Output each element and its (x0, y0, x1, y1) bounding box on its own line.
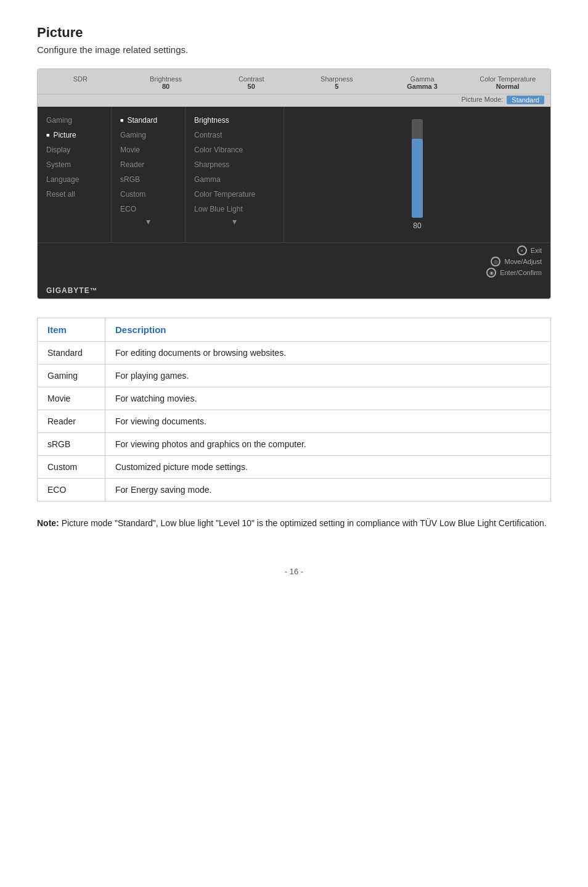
menu-language: Language (38, 172, 111, 187)
table-row: Movie For watching movies. (38, 387, 551, 410)
row-desc-custom: Customized picture mode settings. (105, 456, 551, 479)
setting-color-temperature: Color Temperature (186, 187, 284, 202)
setting-sharpness: Sharpness (186, 157, 284, 172)
submenu-reader: Reader (112, 157, 185, 172)
setting-color-vibrance: Color Vibrance (186, 142, 284, 157)
table-header-description: Description (105, 318, 551, 342)
nav-gamma: Gamma Gamma 3 (380, 69, 465, 94)
setting-gamma: Gamma (186, 172, 284, 187)
move-adjust-label: Move/Adjust (504, 258, 542, 265)
logo-text: GIGABYTE™ (46, 286, 98, 295)
exit-icon: × (517, 245, 527, 255)
menu-display: Display (38, 142, 111, 157)
slider-value: 80 (413, 221, 421, 230)
row-desc-movie: For watching movies. (105, 387, 551, 410)
slider-fill (412, 139, 423, 218)
gigabyte-logo: GIGABYTE™ (38, 283, 550, 299)
menu-gaming: Gaming (38, 113, 111, 128)
row-desc-standard: For editing documents or browsing websit… (105, 342, 551, 365)
monitor-nav: SDR Brightness 80 Contrast 50 Sharpness … (38, 69, 550, 94)
submenu-scroll-down: ▾ (112, 217, 185, 226)
menu-system: System (38, 157, 111, 172)
submenu-standard: Standard (112, 113, 185, 128)
control-move-adjust: ◎ Move/Adjust (491, 257, 542, 266)
move-adjust-icon: ◎ (491, 257, 500, 266)
nav-color-temperature: Color Temperature Normal (465, 69, 550, 94)
page-number: - 16 - (37, 567, 551, 576)
row-desc-gaming: For playing games. (105, 365, 551, 387)
page-title: Picture (37, 25, 551, 41)
table-row: Standard For editing documents or browsi… (38, 342, 551, 365)
monitor-mockup: SDR Brightness 80 Contrast 50 Sharpness … (37, 68, 551, 299)
nav-sdr: SDR (38, 69, 123, 94)
note-body: Picture mode "Standard", Low blue light … (62, 518, 547, 528)
table-row: ECO For Energy saving mode. (38, 479, 551, 501)
settings-scroll-down: ▾ (186, 217, 284, 226)
row-item-srgb: sRGB (38, 433, 105, 456)
table-header-item: Item (38, 318, 105, 342)
page-subtitle: Configure the image related settings. (37, 44, 551, 55)
table-row: sRGB For viewing photos and graphics on … (38, 433, 551, 456)
table-row: Reader For viewing documents. (38, 410, 551, 433)
menu-picture: Picture (38, 128, 111, 142)
row-item-movie: Movie (38, 387, 105, 410)
description-table: Item Description Standard For editing do… (37, 318, 551, 501)
submenu-srgb: sRGB (112, 172, 185, 187)
nav-sharpness: Sharpness 5 (294, 69, 380, 94)
row-desc-srgb: For viewing photos and graphics on the c… (105, 433, 551, 456)
menu-reset-all: Reset all (38, 187, 111, 202)
submenu-movie: Movie (112, 142, 185, 157)
slider-track (412, 119, 423, 218)
exit-label: Exit (531, 247, 542, 254)
monitor-content: Gaming Picture Display System Language R… (38, 107, 550, 242)
row-item-standard: Standard (38, 342, 105, 365)
setting-brightness: Brightness (186, 113, 284, 128)
picture-submenu: Standard Gaming Movie Reader sRGB Custom… (112, 107, 186, 242)
settings-list: Brightness Contrast Color Vibrance Sharp… (186, 107, 284, 242)
nav-contrast: Contrast 50 (208, 69, 294, 94)
row-item-reader: Reader (38, 410, 105, 433)
note-paragraph: Note: Picture mode "Standard", Low blue … (37, 516, 551, 530)
enter-confirm-icon: ◉ (486, 268, 496, 278)
picture-mode-row: Picture Mode: Standard (38, 94, 550, 107)
nav-brightness: Brightness 80 (123, 69, 209, 94)
row-item-custom: Custom (38, 456, 105, 479)
control-enter-confirm: ◉ Enter/Confirm (486, 268, 542, 278)
submenu-custom: Custom (112, 187, 185, 202)
submenu-eco: ECO (112, 202, 185, 217)
control-exit: × Exit (517, 245, 542, 255)
setting-contrast: Contrast (186, 128, 284, 142)
row-item-eco: ECO (38, 479, 105, 501)
row-desc-reader: For viewing documents. (105, 410, 551, 433)
picture-mode-badge: Standard (507, 96, 544, 104)
row-desc-eco: For Energy saving mode. (105, 479, 551, 501)
slider-area: 80 (284, 107, 550, 242)
monitor-controls: × Exit ◎ Move/Adjust ◉ Enter/Confirm (38, 242, 550, 283)
setting-low-blue-light: Low Blue Light (186, 202, 284, 217)
main-menu: Gaming Picture Display System Language R… (38, 107, 112, 242)
row-item-gaming: Gaming (38, 365, 105, 387)
picture-mode-label: Picture Mode: (461, 96, 503, 104)
note-prefix: Note: (37, 518, 59, 528)
enter-confirm-label: Enter/Confirm (500, 269, 542, 276)
table-row: Gaming For playing games. (38, 365, 551, 387)
table-row: Custom Customized picture mode settings. (38, 456, 551, 479)
submenu-gaming: Gaming (112, 128, 185, 142)
